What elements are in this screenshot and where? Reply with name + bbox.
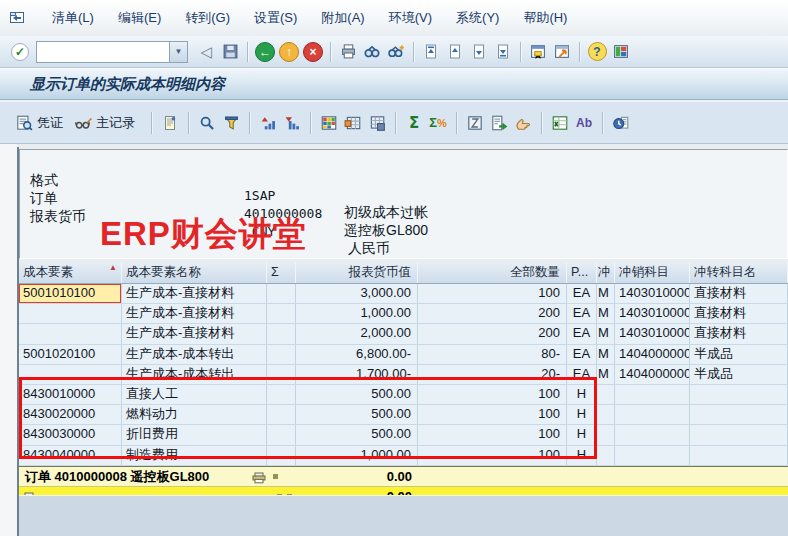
cell-name[interactable]: 生产成本-直接材料 [122, 304, 267, 323]
menu-item-settings[interactable]: 设置(S) [242, 5, 309, 31]
system-menu-icon[interactable] [8, 10, 26, 26]
cell-pi[interactable] [597, 425, 615, 444]
cancel-button[interactable]: × [302, 41, 324, 63]
cell-qty[interactable]: 200 [418, 324, 567, 343]
menu-item-goto[interactable]: 转到(G) [173, 5, 242, 31]
last-page-button[interactable] [492, 41, 514, 63]
menu-item-extras[interactable]: 附加(A) [309, 5, 376, 31]
subtotal-printer-icon[interactable] [252, 470, 266, 482]
cell-qty[interactable]: 100 [418, 425, 567, 444]
detail-button[interactable] [160, 113, 180, 133]
cell-pi[interactable]: M [597, 304, 615, 323]
cell-value[interactable]: 1,000.00 [296, 304, 418, 323]
cell-sigma[interactable] [267, 385, 296, 404]
cell-qty[interactable]: 100 [418, 446, 567, 465]
first-page-button[interactable] [420, 41, 442, 63]
cell-account[interactable] [615, 425, 690, 444]
cell-cost-element[interactable] [19, 365, 122, 384]
customize-layout-button[interactable] [610, 41, 632, 63]
cell-name[interactable]: 生产成本-成本转出 [122, 365, 267, 384]
cell-name[interactable]: 生产成本-成本转出 [122, 345, 267, 364]
column-header-offset-truncated[interactable]: 冲 [597, 262, 615, 283]
command-field[interactable]: ▼ [36, 41, 188, 63]
sort-ascending-button[interactable] [258, 113, 278, 133]
cell-value[interactable]: 1,700.00- [296, 365, 418, 384]
cell-pi[interactable]: M [597, 365, 615, 384]
command-dropdown-button[interactable]: ▼ [169, 42, 187, 62]
table-row[interactable]: 8430030000 折旧费用 500.00 100 H [19, 425, 788, 445]
filter-button[interactable] [221, 113, 241, 133]
cell-account-name[interactable] [690, 446, 788, 465]
cell-uom[interactable]: EA [567, 284, 597, 303]
table-row[interactable]: 8430010000 直接人工 500.00 100 H [19, 385, 788, 405]
table-row[interactable]: 生产成本-直接材料 2,000.00 200 EA M 1403010000 直… [19, 324, 788, 344]
cell-sigma[interactable] [267, 405, 296, 424]
sort-descending-button[interactable] [282, 113, 302, 133]
cell-name[interactable]: 直接人工 [122, 385, 267, 404]
cell-sigma[interactable] [267, 365, 296, 384]
table-row[interactable]: 5001010100 生产成本-直接材料 3,000.00 100 EA M 1… [19, 284, 788, 304]
cell-cost-element[interactable]: 8430030000 [19, 425, 122, 444]
cell-value[interactable]: 2,000.00 [296, 324, 418, 343]
column-header-report-currency-value[interactable]: 报表货币值 [296, 262, 418, 283]
cell-uom[interactable]: H [567, 405, 597, 424]
word-processing-button[interactable] [465, 113, 485, 133]
cell-pi[interactable]: M [597, 324, 615, 343]
cell-account-name[interactable] [690, 405, 788, 424]
cell-sigma[interactable] [267, 425, 296, 444]
column-header-sigma[interactable]: Σ [267, 262, 296, 283]
cell-account-name[interactable] [690, 385, 788, 404]
cell-qty[interactable]: 80- [418, 345, 567, 364]
cell-uom[interactable]: EA [567, 365, 597, 384]
graphic-info-button[interactable] [611, 113, 631, 133]
cell-pi[interactable]: M [597, 345, 615, 364]
cell-account-name[interactable]: 直接材料 [690, 304, 788, 323]
cell-qty[interactable]: 100 [418, 405, 567, 424]
new-session-button[interactable] [527, 41, 549, 63]
cell-account[interactable] [615, 405, 690, 424]
column-header-cost-element[interactable]: 成本要素 ▲ [19, 262, 122, 283]
cell-uom[interactable]: EA [567, 324, 597, 343]
table-row[interactable]: 生产成本-成本转出 1,700.00- 20- EA M 1404000000 … [19, 365, 788, 385]
cell-account[interactable]: 1404000000 [615, 345, 690, 364]
cell-account[interactable]: 1403010000 [615, 284, 690, 303]
cell-account[interactable]: 1404000000 [615, 365, 690, 384]
abc-analysis-button[interactable]: Ab [574, 113, 594, 133]
next-page-button[interactable] [468, 41, 490, 63]
column-header-cost-element-name[interactable]: 成本要素名称 [122, 262, 267, 283]
selected-cost-element-cell[interactable]: 5001010100 [19, 284, 122, 303]
cell-uom[interactable]: EA [567, 345, 597, 364]
grid-variant-button[interactable] [343, 113, 363, 133]
help-button[interactable]: ? [586, 41, 608, 63]
cell-account-name[interactable]: 半成品 [690, 345, 788, 364]
cell-name[interactable]: 燃料动力 [122, 405, 267, 424]
cell-sigma[interactable] [267, 284, 296, 303]
cell-qty[interactable]: 100 [418, 385, 567, 404]
excel-view-button[interactable] [550, 113, 570, 133]
save-button[interactable] [219, 41, 241, 63]
table-row[interactable]: 8430040000 制造费用 1,000.00 100 H [19, 446, 788, 466]
total-button[interactable]: Σ [404, 113, 424, 133]
cell-uom[interactable]: EA [567, 304, 597, 323]
find-button[interactable] [361, 41, 383, 63]
cell-uom[interactable]: H [567, 446, 597, 465]
enter-button[interactable]: ✓ [9, 41, 31, 63]
cell-cost-element[interactable]: 8430020000 [19, 405, 122, 424]
table-row[interactable]: 生产成本-直接材料 1,000.00 200 EA M 1403010000 直… [19, 304, 788, 324]
cell-value[interactable]: 500.00 [296, 405, 418, 424]
cell-pi[interactable] [597, 446, 615, 465]
cell-cost-element[interactable]: 8430040000 [19, 446, 122, 465]
cell-cost-element[interactable]: 5001020100 [19, 345, 122, 364]
cell-qty[interactable]: 20- [418, 365, 567, 384]
cell-name[interactable]: 制造费用 [122, 446, 267, 465]
cell-account[interactable] [615, 385, 690, 404]
column-header-offset-account[interactable]: 冲销科目 [615, 262, 690, 283]
cell-account[interactable]: 1403010000 [615, 324, 690, 343]
master-record-button[interactable]: 主记录 [73, 114, 135, 132]
choose-details-button[interactable] [197, 113, 217, 133]
cell-sigma[interactable] [267, 345, 296, 364]
menu-item-environment[interactable]: 环境(V) [377, 5, 444, 31]
column-header-total-quantity[interactable]: 全部数量 [418, 262, 567, 283]
order-total-row[interactable]: 订单 4010000008 遥控板GL800 0.00 [19, 466, 788, 486]
cell-account-name[interactable]: 直接材料 [690, 284, 788, 303]
